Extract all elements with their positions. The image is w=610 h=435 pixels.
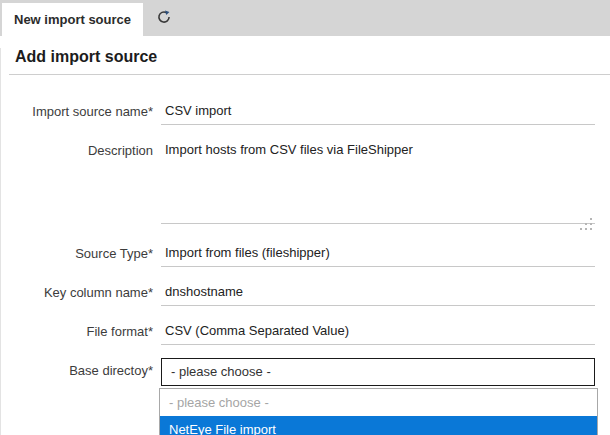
base-directory-select[interactable]: - please choose -: [161, 358, 595, 386]
resize-handle-icon[interactable]: [590, 218, 592, 220]
form-row-key-column-name: Key column name*: [1, 280, 595, 306]
refresh-button[interactable]: [143, 3, 185, 36]
form-row-base-directory: Base directoy* - please choose - - pleas…: [1, 358, 595, 386]
tab-label: New import source: [14, 12, 131, 27]
field-label-base-directory: Base directoy*: [1, 358, 161, 386]
refresh-icon: [157, 10, 171, 24]
tab-bar: New import source: [0, 0, 610, 36]
form-row-source-type: Source Type*: [1, 241, 595, 267]
form-row-description: Description Import hosts from CSV files …: [1, 138, 595, 228]
form-row-import-source-name: Import source name*: [1, 99, 595, 125]
dropdown-option-neteye-file-import[interactable]: NetEye File import: [160, 416, 597, 435]
content-panel: Add import source Import source name* De…: [0, 48, 610, 435]
field-label-key-column-name: Key column name*: [1, 280, 161, 306]
key-column-name-input[interactable]: [161, 280, 595, 306]
description-textarea[interactable]: Import hosts from CSV files via FileShip…: [161, 138, 595, 224]
file-format-field[interactable]: [161, 319, 595, 345]
base-directory-dropdown: - please choose - NetEye File import: [159, 388, 598, 435]
page-title: Add import source: [9, 48, 610, 75]
import-source-name-input[interactable]: [161, 99, 595, 125]
field-label-description: Description: [1, 138, 161, 228]
field-label-file-format: File format*: [1, 319, 161, 345]
field-label-import-source-name: Import source name*: [1, 99, 161, 125]
tab-new-import-source[interactable]: New import source: [2, 3, 143, 36]
field-label-source-type: Source Type*: [1, 241, 161, 267]
form-row-file-format: File format*: [1, 319, 595, 345]
import-source-form: Import source name* Description Import h…: [1, 99, 610, 386]
source-type-field[interactable]: [161, 241, 595, 267]
dropdown-option-please-choose[interactable]: - please choose -: [160, 389, 597, 416]
